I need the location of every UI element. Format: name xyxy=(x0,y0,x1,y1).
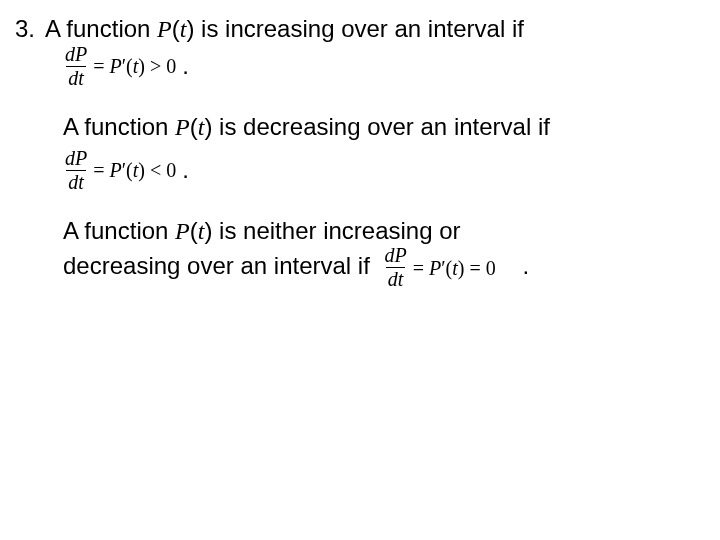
fraction-3: dP dt xyxy=(383,245,409,290)
eq2-c: ( xyxy=(126,159,133,181)
p3-text-c: decreasing over an interval if xyxy=(63,252,377,279)
para-2: A function P(t) is decreasing over an in… xyxy=(63,113,703,142)
fn-open-1: ( xyxy=(172,15,180,42)
formula-2-rhs: = P′(t) < 0 xyxy=(89,159,176,182)
p3-text-b: is neither increasing or xyxy=(212,217,460,244)
formula-3: dP dt = P′(t) = 0 xyxy=(383,245,496,290)
eq2-b: P xyxy=(110,159,122,181)
para-3: A function P(t) is neither increasing or… xyxy=(63,217,703,291)
formula-1-rhs: = P′(t) > 0 xyxy=(89,55,176,78)
frac1-den: dt xyxy=(66,66,86,89)
p2-text-a: A function xyxy=(63,113,175,140)
para-1: A function P(t) is increasing over an in… xyxy=(45,15,700,44)
eq2-a: = xyxy=(93,159,109,181)
eq3-b: P xyxy=(429,257,441,279)
frac2-num: dP xyxy=(63,148,89,170)
eq3-e: ) = 0 xyxy=(458,257,496,279)
slide: 3. A function P(t) is increasing over an… xyxy=(0,0,720,540)
eq1-b: P xyxy=(110,55,122,77)
frac3-den: dt xyxy=(386,267,406,290)
fn-name-2: P xyxy=(175,114,190,140)
formula-2-dot: . xyxy=(176,156,189,184)
body-column: dP dt = P′(t) > 0 . A function P(t) is d… xyxy=(63,44,703,291)
fn-name-3: P xyxy=(175,218,190,244)
fn-open-3: ( xyxy=(190,217,198,244)
formula-3-rhs: = P′(t) = 0 xyxy=(409,256,496,280)
eq3-a: = xyxy=(413,257,429,279)
formula-1-dot: . xyxy=(176,52,189,80)
fraction-1: dP dt xyxy=(63,44,89,89)
list-number: 3. xyxy=(15,15,45,43)
eq1-a: = xyxy=(93,55,109,77)
frac2-den: dt xyxy=(66,170,86,193)
formula-2: dP dt = P′(t) < 0 . xyxy=(63,148,703,193)
p2-text-b: is decreasing over an interval if xyxy=(212,113,550,140)
fraction-2: dP dt xyxy=(63,148,89,193)
frac3-num: dP xyxy=(383,245,409,267)
eq1-e: ) > 0 xyxy=(138,55,176,77)
fn-open-2: ( xyxy=(190,113,198,140)
eq2-e: ) < 0 xyxy=(138,159,176,181)
p1-text-b: is increasing over an interval if xyxy=(194,15,523,42)
p1-text-a: A function xyxy=(45,15,157,42)
p3-text-a: A function xyxy=(63,217,175,244)
fn-name-1: P xyxy=(157,16,172,42)
eq1-c: ( xyxy=(126,55,133,77)
list-item-row: 3. A function P(t) is increasing over an… xyxy=(15,15,700,44)
formula-1: dP dt = P′(t) > 0 . xyxy=(63,44,703,89)
frac1-num: dP xyxy=(63,44,89,66)
formula-3-dot: . xyxy=(506,252,529,279)
